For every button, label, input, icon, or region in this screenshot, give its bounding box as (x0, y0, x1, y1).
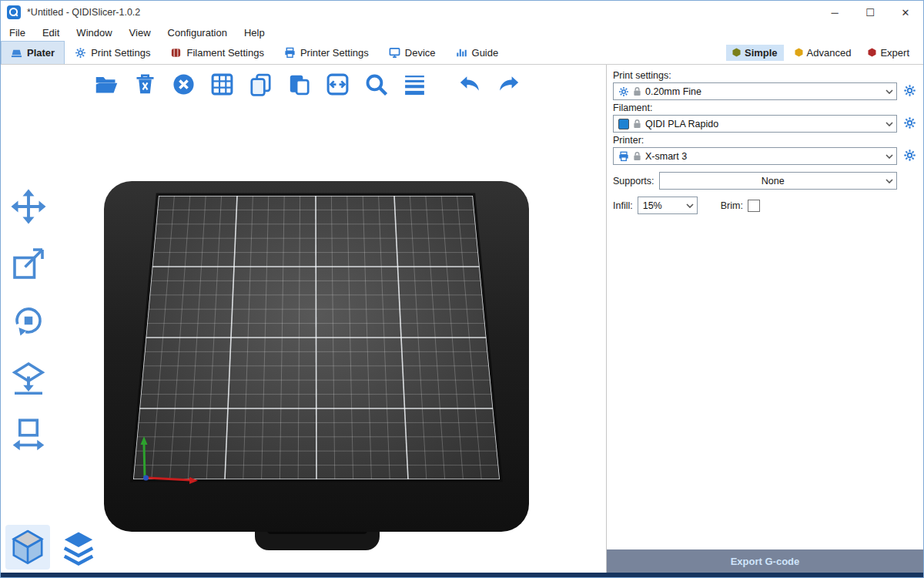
menu-configuration[interactable]: Configuration (159, 25, 236, 40)
supports-select[interactable]: None (659, 172, 897, 190)
tabbar: Plater Print Settings Filament Settings … (1, 41, 923, 65)
gear-icon (903, 116, 916, 129)
scale-to-fit-button[interactable] (7, 413, 50, 456)
open-button[interactable] (90, 68, 122, 100)
menubar: File Edit Window View Configuration Help (1, 24, 923, 41)
lock-icon (633, 86, 641, 96)
filament-profile-select[interactable]: QIDI PLA Rapido (613, 115, 897, 133)
open-icon (94, 72, 119, 97)
chevron-down-icon (886, 122, 893, 126)
scale-to-fit-icon (10, 416, 47, 453)
tab-device[interactable]: Device (379, 41, 446, 64)
redo-button[interactable] (492, 68, 524, 100)
brim-label: Brim: (721, 200, 743, 211)
mode-simple[interactable]: Simple (726, 45, 784, 61)
3d-editor-icon (8, 527, 48, 567)
brim-checkbox[interactable] (748, 200, 760, 212)
mode-advanced[interactable]: Advanced (788, 45, 858, 61)
bed-grid (133, 196, 500, 479)
print-settings-gear-button[interactable] (902, 84, 917, 99)
tab-label: Guide (472, 47, 499, 59)
delete-button[interactable] (129, 68, 161, 100)
tab-printer-settings[interactable]: Printer Settings (274, 41, 379, 64)
undo-button[interactable] (454, 68, 486, 100)
rotate-button[interactable] (7, 299, 50, 342)
printer-profile-value: X-smart 3 (645, 151, 882, 162)
filament-label: Filament: (613, 102, 917, 113)
arrange-button[interactable] (206, 68, 238, 100)
menu-help[interactable]: Help (236, 25, 273, 40)
rotate-icon (10, 302, 47, 339)
tab-guide[interactable]: Guide (446, 41, 509, 64)
scale-button[interactable] (7, 242, 50, 285)
lock-icon (633, 119, 641, 129)
preview-view-button[interactable] (56, 525, 101, 570)
tab-label: Print Settings (91, 47, 150, 59)
scale-icon (10, 245, 47, 282)
delete-icon (132, 72, 158, 97)
minimize-button[interactable]: ─ (817, 1, 852, 24)
tab-print-settings[interactable]: Print Settings (65, 41, 160, 64)
gear-icon (903, 84, 916, 97)
mode-label: Simple (745, 47, 778, 59)
filament-settings-gear-button[interactable] (902, 116, 917, 132)
filament-settings-icon (170, 47, 182, 59)
plater-toolbar (90, 68, 524, 100)
variable-layer-height-button[interactable] (398, 68, 430, 100)
menu-view[interactable]: View (121, 25, 159, 40)
variable-layer-height-icon (402, 72, 427, 97)
tab-label: Filament Settings (186, 47, 263, 59)
print-bed[interactable] (1, 65, 606, 573)
preview-layers-icon (59, 527, 99, 567)
viewport-3d[interactable] (1, 65, 606, 573)
tab-plater[interactable]: Plater (1, 41, 65, 64)
menu-file[interactable]: File (1, 25, 34, 40)
chevron-down-icon (886, 89, 893, 94)
maximize-button[interactable]: ☐ (852, 1, 888, 24)
editor-view-button[interactable] (5, 525, 50, 570)
printer-profile-select[interactable]: X-smart 3 (613, 147, 897, 165)
paste-icon (286, 72, 312, 97)
move-button[interactable] (7, 185, 50, 228)
copy-button[interactable] (244, 68, 276, 100)
plater-icon (11, 47, 22, 59)
infill-select[interactable]: 15% (638, 197, 698, 214)
print-profile-select[interactable]: 0.20mm Fine (613, 82, 897, 100)
gear-icon (618, 86, 629, 97)
supports-label: Supports: (613, 176, 654, 187)
tab-filament-settings[interactable]: Filament Settings (160, 41, 273, 64)
search-button[interactable] (360, 68, 392, 100)
tab-label: Device (405, 47, 436, 59)
printer-settings-icon (284, 47, 296, 59)
search-icon (363, 72, 389, 97)
gear-icon (903, 149, 916, 162)
mode-label: Advanced (807, 47, 852, 59)
advanced-mode-icon (795, 48, 803, 57)
split-button[interactable] (321, 68, 353, 100)
mode-expert[interactable]: Expert (862, 45, 916, 61)
infill-label: Infill: (613, 200, 633, 211)
infill-value: 15% (643, 200, 682, 211)
close-button[interactable]: ✕ (888, 1, 923, 24)
place-on-face-button[interactable] (7, 356, 50, 399)
tab-label: Printer Settings (300, 47, 369, 59)
main-area: Print settings: 0.20mm Fine Filament: QI… (1, 65, 923, 573)
app-logo-icon (7, 5, 21, 19)
print-settings-icon (75, 47, 86, 59)
mode-selector: Simple Advanced Expert (726, 41, 923, 64)
filament-profile-value: QIDI PLA Rapido (645, 119, 882, 129)
delete-all-button[interactable] (167, 68, 199, 100)
printer-settings-gear-button[interactable] (902, 149, 917, 164)
mode-label: Expert (880, 47, 909, 59)
gizmo-toolbar (7, 185, 50, 456)
paste-button[interactable] (283, 68, 315, 100)
chevron-down-icon (886, 154, 893, 159)
guide-icon (456, 47, 467, 59)
printer-label: Printer: (613, 135, 917, 146)
print-settings-label: Print settings: (613, 70, 917, 81)
export-gcode-button[interactable]: Export G-code (607, 549, 923, 573)
chevron-down-icon (886, 179, 893, 183)
place-on-face-icon (10, 359, 47, 396)
menu-edit[interactable]: Edit (34, 25, 68, 40)
menu-window[interactable]: Window (68, 25, 120, 40)
